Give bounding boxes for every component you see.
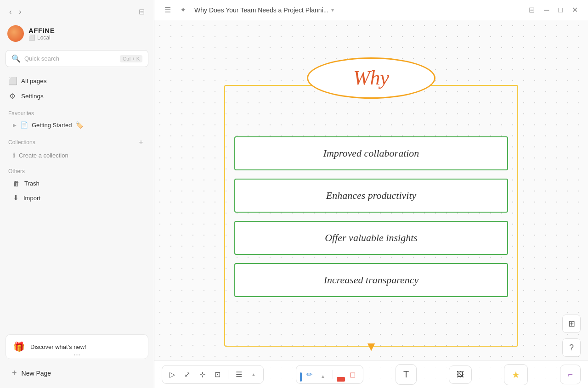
new-page-label: New Page — [22, 370, 51, 377]
box-enhances-productivity: Enhances productivity — [234, 179, 508, 213]
collections-label: Collections — [8, 139, 35, 146]
titlebar: ☰ ✦ Why Does Your Team Needs a Project P… — [154, 0, 588, 20]
all-pages-label: All pages — [21, 78, 47, 84]
pen-tool-area: ✏ ▲ — [300, 367, 329, 382]
grid-view-button[interactable]: ⊞ — [562, 315, 581, 333]
maximize-button[interactable]: □ — [555, 4, 565, 16]
split-view-button[interactable]: ⊟ — [526, 4, 537, 16]
edgeless-icon-button[interactable]: ✦ — [177, 4, 189, 16]
workspace-label: ⬜ Local — [28, 34, 55, 41]
trash-label: Trash — [24, 180, 40, 187]
sidebar: ‹ › ⊟ AFFiNE ⬜ Local 🔍 Quick search Ctrl… — [0, 0, 154, 388]
canvas-area[interactable]: Why Improved collaboration Enhances prod… — [154, 20, 588, 388]
doc-icon-button[interactable]: ☰ — [162, 4, 174, 16]
crop-tool-button[interactable]: ⊹ — [196, 367, 209, 382]
settings-label: Settings — [21, 93, 44, 100]
create-collection-button[interactable]: ℹ Create a collection — [8, 149, 146, 162]
bottom-arrow-icon: ▼ — [365, 339, 378, 354]
titlebar-doc-icons: ☰ ✦ — [162, 4, 189, 16]
collections-section: Collections + ℹ Create a collection — [0, 133, 154, 163]
import-label: Import — [23, 195, 40, 202]
sidebar-header: ‹ › ⊟ — [0, 0, 154, 23]
box-increased-transparency: Increased transparency — [234, 263, 508, 297]
eraser-tool-button[interactable]: ◻ — [346, 367, 359, 382]
collections-header: Collections + — [8, 138, 146, 147]
minimize-button[interactable]: ─ — [541, 4, 552, 16]
layout-toggle-button[interactable]: ⊟ — [137, 6, 147, 18]
text-tool-button[interactable]: ☰ — [232, 367, 246, 382]
shape-tool-button[interactable]: ★ — [508, 366, 524, 383]
main-nav: ⬜ All pages ⚙ Settings — [0, 72, 154, 106]
pen-stroke-preview — [300, 372, 302, 382]
why-ellipse: Why — [307, 57, 435, 99]
tag-icon: 🏷️ — [75, 121, 83, 129]
discover-label: Discover what's new! — [30, 343, 86, 350]
info-icon: ℹ — [13, 152, 15, 159]
content-boxes: Improved collaboration Enhances producti… — [234, 136, 508, 297]
logo-text-area: AFFiNE ⬜ Local — [28, 27, 55, 41]
shapes-group: ★ — [504, 364, 528, 385]
getting-started-label: Getting Started — [32, 122, 72, 129]
tools-group: ▷ ⤢ ⊹ ⊡ ☰ ▲ — [162, 365, 264, 384]
sidebar-item-trash[interactable]: 🗑 Trash — [8, 176, 146, 191]
others-header: Others — [8, 168, 146, 174]
sidebar-item-import[interactable]: ⬇ Import — [8, 191, 146, 205]
others-section: Others 🗑 Trash ⬇ Import — [0, 163, 154, 207]
eraser-preview — [337, 377, 345, 382]
page-icon: 📄 — [20, 121, 28, 129]
eraser-tool-area: ◻ — [337, 367, 359, 382]
box-improved-collaboration: Improved collaboration — [234, 136, 508, 170]
settings-icon: ⚙ — [8, 92, 17, 101]
text-highlight-group: T — [396, 364, 417, 385]
connector-tool-button[interactable]: ⌐ — [564, 367, 577, 382]
connector-group: ⌐ — [560, 365, 581, 384]
box-offer-insights: Offer valuable insights — [234, 221, 508, 255]
close-button[interactable]: ✕ — [569, 4, 581, 16]
main-area: ☰ ✦ Why Does Your Team Needs a Project P… — [154, 0, 588, 388]
logo-icon — [7, 25, 24, 42]
forward-button[interactable]: › — [17, 6, 23, 18]
text-highlight-button[interactable]: T — [400, 366, 413, 382]
plus-icon: + — [12, 368, 17, 378]
title-dropdown-icon[interactable]: ▾ — [331, 7, 334, 13]
new-page-button[interactable]: + New Page — [6, 364, 148, 382]
why-title: Why — [353, 66, 389, 90]
text-tool-caret[interactable]: ▲ — [248, 369, 260, 380]
app-name: AFFiNE — [28, 27, 55, 34]
outer-border-box: Improved collaboration Enhances producti… — [224, 85, 518, 347]
bottom-toolbar: ▷ ⤢ ⊹ ⊡ ☰ ▲ ✏ ▲ ◻ T 🖼 ★ — [154, 360, 588, 388]
titlebar-title: Why Does Your Team Needs a Project Plann… — [194, 6, 520, 14]
toolbar-sep2 — [333, 370, 333, 379]
diagram: Why Improved collaboration Enhances prod… — [224, 57, 518, 351]
toolbar-separator — [228, 370, 228, 379]
search-placeholder: Quick search — [24, 55, 116, 62]
sidebar-item-settings[interactable]: ⚙ Settings — [4, 89, 150, 104]
embed-tool-button[interactable]: ⊡ — [211, 367, 224, 382]
favourites-label: Favourites — [8, 110, 34, 117]
search-icon: 🔍 — [11, 54, 21, 63]
back-button[interactable]: ‹ — [7, 6, 13, 18]
chevron-right-icon: ▶ — [13, 123, 17, 128]
image-tool-button[interactable]: 🖼 — [453, 368, 468, 382]
lasso-tool-button[interactable]: ⤢ — [181, 367, 194, 382]
import-icon: ⬇ — [13, 194, 19, 202]
select-tool-button[interactable]: ▷ — [166, 367, 179, 382]
more-options-icon[interactable]: ··· — [74, 350, 80, 360]
add-collection-button[interactable]: + — [136, 138, 146, 147]
pen-tool-button[interactable]: ✏ — [303, 367, 316, 382]
gift-icon: 🎁 — [13, 341, 25, 352]
sidebar-nav-icons: ‹ › — [7, 6, 23, 18]
others-label: Others — [8, 168, 25, 174]
search-bar[interactable]: 🔍 Quick search Ctrl + K — [6, 50, 148, 67]
titlebar-right: ⊟ ─ □ ✕ — [526, 4, 581, 16]
drawing-group: ✏ ▲ ◻ — [296, 365, 363, 384]
search-shortcut: Ctrl + K — [120, 55, 142, 62]
media-group: 🖼 — [449, 366, 472, 384]
trash-icon: 🗑 — [13, 180, 20, 187]
help-button[interactable]: ? — [562, 338, 581, 357]
logo-area: AFFiNE ⬜ Local — [0, 23, 154, 47]
pen-options-button[interactable]: ▲ — [317, 371, 329, 382]
sidebar-item-all-pages[interactable]: ⬜ All pages — [4, 73, 150, 89]
create-collection-label: Create a collection — [19, 152, 68, 159]
sidebar-item-getting-started[interactable]: ▶ 📄 Getting Started 🏷️ — [8, 118, 146, 131]
